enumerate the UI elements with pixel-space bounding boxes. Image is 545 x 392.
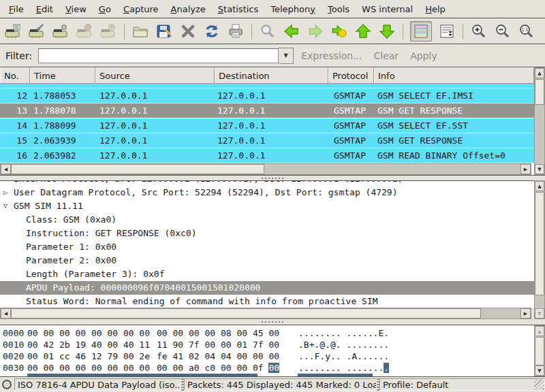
- details-hscrollbar[interactable]: ◀ ▶: [0, 308, 531, 319]
- toolbar-separator: [124, 24, 125, 39]
- column-header-protocol[interactable]: Protocol: [328, 67, 374, 84]
- menu-capture[interactable]: Capture: [117, 1, 165, 17]
- status-field-info: ISO 7816-4 APDU Data Payload (iso...: [14, 378, 181, 391]
- column-header-time[interactable]: Time: [30, 67, 95, 84]
- column-header-info[interactable]: Info: [374, 67, 534, 84]
- hex-vscrollbar[interactable]: ▲ ▼: [534, 325, 545, 376]
- menu-edit[interactable]: Edit: [30, 1, 59, 17]
- menu-go[interactable]: Go: [93, 1, 117, 17]
- menu-view[interactable]: View: [59, 1, 93, 17]
- menu-analyze[interactable]: Analyze: [165, 1, 212, 17]
- details-vscrollbar[interactable]: ▲ ▼: [534, 180, 545, 319]
- menu-tools[interactable]: Tools: [322, 1, 356, 17]
- hex-row[interactable]: 001000 42 2b 19 40 00 40 1111 90 7f 00 0…: [0, 339, 545, 350]
- menu-statistics[interactable]: Statistics: [212, 1, 264, 17]
- go-first-button[interactable]: [354, 22, 372, 40]
- hex-dump-pane: 000000 00 00 00 00 00 00 0000 00 00 00 0…: [0, 325, 545, 377]
- menu-ws-internal[interactable]: WS internal: [356, 1, 419, 17]
- filter-dropdown-button[interactable]: ▼: [279, 48, 294, 64]
- filter-input[interactable]: [38, 48, 279, 63]
- packet-list-hscrollbar[interactable]: ◀ ▶: [0, 163, 531, 175]
- status-profile: Profile: Default: [379, 378, 545, 391]
- file-close-button[interactable]: [179, 22, 197, 40]
- detail-line[interactable]: Status Word: Normal ending of command wi…: [0, 295, 545, 308]
- scroll-down-icon[interactable]: ▼: [535, 365, 544, 376]
- go-last-button[interactable]: [378, 22, 396, 40]
- go-back-button[interactable]: [283, 22, 300, 40]
- reload-button[interactable]: [203, 22, 221, 40]
- packet-row[interactable]: 111.787851127.0.0.1127.0.0.1GSMTAPGT: [0, 84, 534, 88]
- scroll-down-icon[interactable]: ▼: [535, 308, 544, 318]
- expander-icon[interactable]: ▷: [3, 186, 13, 199]
- capture-start-button[interactable]: [52, 22, 69, 40]
- menu-help[interactable]: Help: [419, 1, 452, 17]
- hex-row[interactable]: 002000 01 cc 46 12 79 00 2efe 41 02 04 0…: [0, 350, 545, 362]
- scroll-left-icon[interactable]: ◀: [1, 308, 11, 318]
- expander-icon[interactable]: ▷: [3, 180, 13, 186]
- scroll-right-icon[interactable]: ▶: [520, 308, 531, 318]
- auto-scroll-button[interactable]: [438, 22, 456, 40]
- scrollbar-thumb[interactable]: [11, 308, 481, 318]
- packet-row[interactable]: 152.063939127.0.0.1127.0.0.1GSMTAPGSM GE…: [0, 133, 534, 148]
- apply-button[interactable]: Apply: [410, 50, 437, 61]
- detail-line[interactable]: Class: GSM (0xa0): [0, 213, 545, 227]
- go-forward-button[interactable]: [307, 22, 324, 40]
- column-header-destination[interactable]: Destination: [215, 67, 328, 84]
- scroll-up-icon[interactable]: ▲: [535, 326, 544, 336]
- selected-hex-byte[interactable]: 00: [268, 363, 279, 373]
- pane-splitter[interactable]: [0, 176, 545, 180]
- zoom-normal-button[interactable]: 1:1: [518, 22, 535, 40]
- file-open-button[interactable]: [131, 22, 149, 40]
- column-header-no[interactable]: No.: [0, 67, 30, 84]
- status-packet-counts: Packets: 445 Displayed: 445 Marked: 0 Lo…: [184, 378, 377, 391]
- expander-icon[interactable]: ▽: [3, 199, 13, 213]
- packet-list-vscrollbar[interactable]: ▲ ▼: [534, 67, 545, 175]
- selected-ascii-char[interactable]: .: [384, 363, 389, 373]
- detail-line[interactable]: Instruction: GET RESPONSE (0xc0): [0, 227, 545, 240]
- expert-info-icon[interactable]: [2, 380, 12, 389]
- svg-text:1:1: 1:1: [521, 27, 528, 33]
- print-button[interactable]: [227, 22, 245, 40]
- scroll-right-icon[interactable]: ▶: [520, 164, 531, 174]
- detail-line[interactable]: ▷Internet Protocol, Src: 127.0.0.1 (127.…: [0, 180, 545, 186]
- detail-line[interactable]: Parameter 1: 0x00: [0, 240, 545, 254]
- file-save-icon: [156, 23, 172, 39]
- hex-row[interactable]: 000000 00 00 00 00 00 00 0000 00 00 00 0…: [0, 327, 545, 339]
- menu-telephony[interactable]: Telephony: [264, 1, 322, 17]
- go-to-packet-button[interactable]: [330, 22, 348, 40]
- detail-line[interactable]: ▽GSM SIM 11.11: [0, 199, 545, 213]
- expression-button[interactable]: Expression...: [301, 50, 362, 61]
- scrollbar-thumb[interactable]: [535, 337, 544, 365]
- capture-options-button[interactable]: [28, 22, 46, 40]
- wireshark-window: File Edit View Go Capture Analyze Statis…: [0, 0, 545, 392]
- detail-line[interactable]: Parameter 2: 0x00: [0, 254, 545, 267]
- packet-row[interactable]: 141.788099127.0.0.1127.0.0.1GSMTAPGSM SE…: [0, 118, 534, 133]
- scroll-up-icon[interactable]: ▲: [535, 68, 544, 78]
- scrollbar-thumb[interactable]: [535, 192, 544, 295]
- detail-line[interactable]: Length (Parameter 3): 0x0f: [0, 267, 545, 281]
- capture-stop-button[interactable]: [76, 22, 93, 40]
- colorize-button[interactable]: [410, 21, 432, 42]
- column-header-source[interactable]: Source: [95, 67, 215, 84]
- hex-row[interactable]: 003000 00 00 00 00 00 00 0000 00 a0 c0 0…: [0, 362, 545, 374]
- zoom-out-button[interactable]: [494, 22, 512, 40]
- scrollbar-thumb[interactable]: [11, 164, 264, 174]
- packet-row[interactable]: 162.063982127.0.0.1127.0.0.1GSMTAPGSM RE…: [0, 148, 534, 163]
- capture-restart-button[interactable]: [99, 22, 117, 40]
- scrollbar-thumb[interactable]: [535, 79, 544, 105]
- resize-grip[interactable]: [534, 380, 544, 390]
- file-save-button[interactable]: [155, 22, 173, 40]
- packet-row[interactable]: 121.788053127.0.0.1127.0.0.1GSMTAPGSM SE…: [0, 88, 534, 103]
- list-interfaces-button[interactable]: [4, 22, 22, 40]
- detail-line-selected[interactable]: APDU Payload: 000000096f0704001500150102…: [0, 281, 545, 295]
- scroll-down-icon[interactable]: ▼: [535, 164, 544, 174]
- zoom-in-button[interactable]: [470, 22, 488, 40]
- detail-line[interactable]: ▷User Datagram Protocol, Src Port: 52294…: [0, 186, 545, 199]
- menu-file[interactable]: File: [3, 1, 30, 17]
- scroll-left-icon[interactable]: ◀: [1, 164, 11, 174]
- scroll-up-icon[interactable]: ▲: [535, 181, 544, 191]
- find-packet-button[interactable]: [259, 22, 277, 40]
- packet-row-selected[interactable]: 131.788078127.0.0.1127.0.0.1GSMTAPGSM GE…: [0, 103, 534, 118]
- pane-splitter[interactable]: [0, 319, 545, 325]
- clear-button[interactable]: Clear: [374, 50, 399, 61]
